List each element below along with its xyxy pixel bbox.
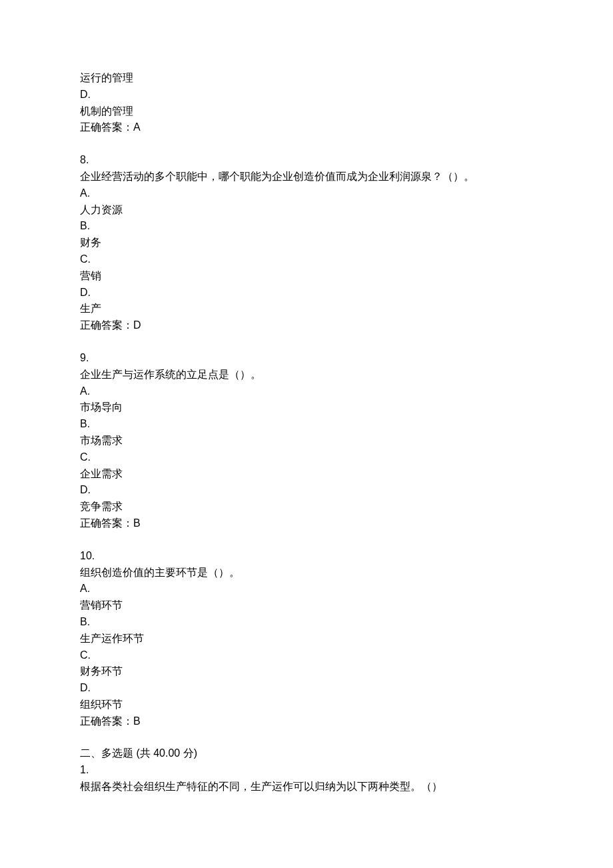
section2-q1-stem: 根据各类社会组织生产特征的不同，生产运作可以归纳为以下两种类型。（）: [80, 779, 533, 795]
q9-answer: 正确答案：B: [80, 515, 533, 532]
q8-answer: 正确答案：D: [80, 317, 533, 334]
spacer: [80, 136, 533, 152]
q7-option-d-text: 机制的管理: [80, 103, 533, 120]
q9-option-d-text: 竞争需求: [80, 499, 533, 515]
q10-option-a-label: A.: [80, 581, 533, 597]
q8-option-b-text: 财务: [80, 235, 533, 251]
q8-option-c-label: C.: [80, 251, 533, 268]
q7-answer: 正确答案：A: [80, 119, 533, 136]
spacer: [80, 532, 533, 548]
q9-option-c-text: 企业需求: [80, 466, 533, 483]
q8-number: 8.: [80, 152, 533, 169]
q9-stem: 企业生产与运作系统的立足点是（）。: [80, 367, 533, 383]
q7-option-d-label: D.: [80, 87, 533, 103]
q8-stem: 企业经营活动的多个职能中，哪个职能为企业创造价值而成为企业利润源泉？（）。: [80, 169, 533, 185]
spacer: [80, 334, 533, 350]
q10-option-d-label: D.: [80, 680, 533, 697]
q9-option-a-text: 市场导向: [80, 399, 533, 416]
q10-option-d-text: 组织环节: [80, 697, 533, 713]
q9-option-b-label: B.: [80, 416, 533, 433]
q8-option-b-label: B.: [80, 218, 533, 235]
q10-number: 10.: [80, 548, 533, 565]
section2-q1-number: 1.: [80, 762, 533, 779]
q10-option-c-label: C.: [80, 647, 533, 664]
q10-option-c-text: 财务环节: [80, 663, 533, 680]
q10-answer: 正确答案：B: [80, 713, 533, 730]
q9-option-c-label: C.: [80, 449, 533, 466]
q8-option-a-label: A.: [80, 185, 533, 202]
q8-option-c-text: 营销: [80, 268, 533, 285]
q9-option-a-label: A.: [80, 383, 533, 400]
q10-stem: 组织创造价值的主要环节是（）。: [80, 565, 533, 581]
q8-option-d-text: 生产: [80, 301, 533, 317]
q9-number: 9.: [80, 350, 533, 367]
document-page: 运行的管理 D. 机制的管理 正确答案：A 8. 企业经营活动的多个职能中，哪个…: [0, 0, 613, 868]
q7-option-c-text: 运行的管理: [80, 70, 533, 87]
q9-option-d-label: D.: [80, 482, 533, 499]
q10-option-a-text: 营销环节: [80, 597, 533, 614]
q9-option-b-text: 市场需求: [80, 433, 533, 449]
spacer: [80, 729, 533, 745]
q8-option-a-text: 人力资源: [80, 202, 533, 219]
q8-option-d-label: D.: [80, 285, 533, 301]
q10-option-b-label: B.: [80, 614, 533, 631]
q10-option-b-text: 生产运作环节: [80, 631, 533, 647]
section2-title: 二、多选题 (共 40.00 分): [80, 745, 533, 762]
